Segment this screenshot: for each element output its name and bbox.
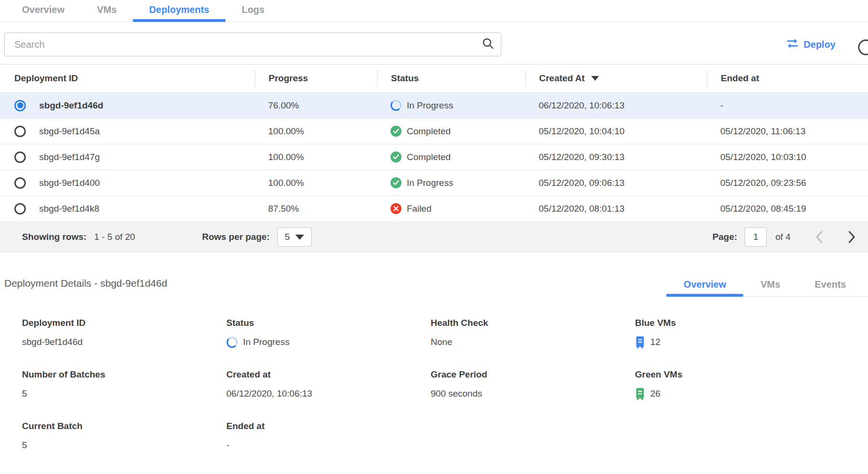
deployment-id-cell: sbgd-9ef1d400 bbox=[39, 178, 100, 188]
detail-tab-vms[interactable]: VMs bbox=[743, 274, 797, 297]
field-value: 5 bbox=[22, 439, 227, 452]
details-grid: Deployment ID sbgd-9ef1d46d Status In Pr… bbox=[0, 297, 868, 452]
detail-tab-overview[interactable]: Overview bbox=[666, 274, 743, 297]
field-label: Grace Period bbox=[431, 369, 635, 380]
status-label: In Progress bbox=[243, 337, 290, 347]
next-page-chevron-icon[interactable] bbox=[848, 231, 856, 243]
swap-arrows-icon bbox=[786, 38, 799, 51]
column-header-created-at[interactable]: Created At bbox=[525, 70, 707, 86]
rows-per-page-label: Rows per page: bbox=[202, 232, 270, 242]
row-radio[interactable] bbox=[14, 177, 26, 189]
ended-at-cell: 05/12/2020, 08:45:19 bbox=[707, 204, 868, 214]
green-vm-server-icon bbox=[635, 388, 645, 400]
table-row[interactable]: sbgd-9ef1d46d 76.00% In Progress 06/12/2… bbox=[0, 92, 868, 118]
progress-cell: 87.50% bbox=[255, 204, 377, 214]
column-header-ended-at[interactable]: Ended at bbox=[707, 70, 868, 86]
column-header-status[interactable]: Status bbox=[377, 70, 525, 86]
field-number-of-batches: Number of Batches 5 bbox=[22, 369, 227, 400]
detail-tab-events[interactable]: Events bbox=[797, 274, 863, 297]
field-value: 26 bbox=[635, 388, 840, 400]
field-label: Health Check bbox=[431, 318, 635, 328]
blue-vm-server-icon bbox=[635, 336, 645, 348]
field-current-batch: Current Batch 5 bbox=[22, 421, 227, 452]
rows-per-page-select[interactable]: 5 bbox=[277, 227, 312, 247]
column-header-label: Deployment ID bbox=[14, 73, 78, 84]
green-vm-count: 26 bbox=[651, 388, 661, 399]
ended-at-cell: 05/12/2020, 09:23:56 bbox=[707, 178, 868, 188]
field-label: Number of Batches bbox=[22, 369, 227, 380]
success-check-icon bbox=[391, 177, 401, 188]
column-header-deployment-id[interactable]: Deployment ID bbox=[0, 70, 255, 86]
row-radio[interactable] bbox=[14, 126, 26, 137]
page-total-label: of 4 bbox=[775, 232, 791, 242]
progress-cell: 100.00% bbox=[255, 152, 377, 162]
refresh-icon[interactable] bbox=[857, 37, 868, 59]
ended-at-cell: 05/12/2020, 10:03:10 bbox=[707, 152, 868, 162]
created-at-cell: 05/12/2020, 08:01:13 bbox=[525, 204, 707, 214]
failed-x-icon bbox=[391, 203, 401, 214]
tab-vms[interactable]: VMs bbox=[81, 0, 133, 22]
field-health-check: Health Check None bbox=[431, 318, 635, 348]
deployments-table: Deployment ID Progress Status Created At… bbox=[0, 64, 868, 253]
progress-cell: 100.00% bbox=[255, 126, 377, 137]
previous-page-chevron-icon[interactable] bbox=[815, 231, 823, 243]
field-deployment-id: Deployment ID sbgd-9ef1d46d bbox=[22, 318, 227, 348]
deployment-details-section: Deployment Details - sbgd-9ef1d46d Overv… bbox=[0, 253, 868, 452]
tab-overview[interactable]: Overview bbox=[6, 0, 81, 22]
progress-cell: 100.00% bbox=[255, 178, 377, 188]
deployment-id-cell: sbgd-9ef1d4k8 bbox=[39, 204, 99, 214]
field-label: Ended at bbox=[227, 421, 431, 431]
in-progress-spinner-icon bbox=[391, 100, 401, 111]
sort-desc-icon bbox=[591, 76, 599, 81]
field-value: - bbox=[227, 439, 431, 452]
row-radio[interactable] bbox=[14, 151, 26, 163]
row-radio-selected[interactable] bbox=[14, 100, 26, 111]
deployment-id-cell: sbgd-9ef1d45a bbox=[39, 126, 100, 137]
table-row[interactable]: sbgd-9ef1d45a 100.00% Completed 05/12/20… bbox=[0, 118, 868, 144]
page-number-input[interactable] bbox=[745, 227, 767, 247]
column-header-progress[interactable]: Progress bbox=[255, 70, 377, 86]
tab-logs[interactable]: Logs bbox=[226, 0, 281, 22]
created-at-cell: 05/12/2020, 09:30:13 bbox=[525, 152, 707, 162]
field-value: In Progress bbox=[227, 336, 431, 348]
field-value: 12 bbox=[635, 336, 840, 348]
field-label: Green VMs bbox=[635, 369, 840, 380]
column-header-label: Status bbox=[391, 73, 419, 84]
chevron-down-icon bbox=[295, 235, 304, 240]
status-label: Completed bbox=[407, 126, 451, 137]
ended-at-cell: - bbox=[707, 100, 868, 111]
status-cell: Completed bbox=[377, 151, 525, 162]
field-label: Status bbox=[227, 318, 431, 328]
column-header-label: Progress bbox=[269, 73, 308, 84]
rows-per-page-value: 5 bbox=[285, 232, 290, 242]
tab-deployments[interactable]: Deployments bbox=[133, 0, 226, 22]
field-label: Created at bbox=[227, 369, 431, 380]
field-value: 900 seconds bbox=[431, 388, 635, 400]
status-cell: Completed bbox=[377, 126, 525, 137]
success-check-icon bbox=[391, 126, 401, 137]
status-cell: Failed bbox=[377, 203, 525, 214]
field-label: Deployment ID bbox=[22, 318, 227, 328]
details-title: Deployment Details - sbgd-9ef1d46d bbox=[4, 278, 167, 297]
table-row[interactable]: sbgd-9ef1d400 100.00% In Progress 05/12/… bbox=[0, 170, 868, 195]
success-check-icon bbox=[391, 151, 401, 162]
status-cell: In Progress bbox=[377, 177, 525, 188]
search-icon[interactable] bbox=[482, 37, 494, 52]
search-box[interactable] bbox=[4, 32, 501, 56]
deploy-button[interactable]: Deploy bbox=[786, 38, 835, 51]
row-radio[interactable] bbox=[14, 203, 26, 215]
field-label: Blue VMs bbox=[635, 318, 840, 328]
created-at-cell: 05/12/2020, 09:06:13 bbox=[525, 178, 707, 188]
column-header-label: Ended at bbox=[721, 73, 759, 84]
detail-tab-bar: Overview VMs Events bbox=[666, 274, 863, 297]
status-label: In Progress bbox=[407, 178, 453, 188]
table-row[interactable]: sbgd-9ef1d47g 100.00% Completed 05/12/20… bbox=[0, 144, 868, 170]
field-label: Current Batch bbox=[22, 421, 227, 431]
pagination-bar: Showing rows: 1 - 5 of 20 Rows per page:… bbox=[0, 221, 868, 253]
search-input[interactable] bbox=[14, 39, 482, 50]
field-blue-vms: Blue VMs 12 bbox=[635, 318, 840, 348]
field-status: Status In Progress bbox=[227, 318, 431, 348]
column-header-label: Created At bbox=[539, 73, 585, 84]
table-row[interactable]: sbgd-9ef1d4k8 87.50% Failed 05/12/2020, … bbox=[0, 195, 868, 221]
field-value: None bbox=[431, 336, 635, 348]
